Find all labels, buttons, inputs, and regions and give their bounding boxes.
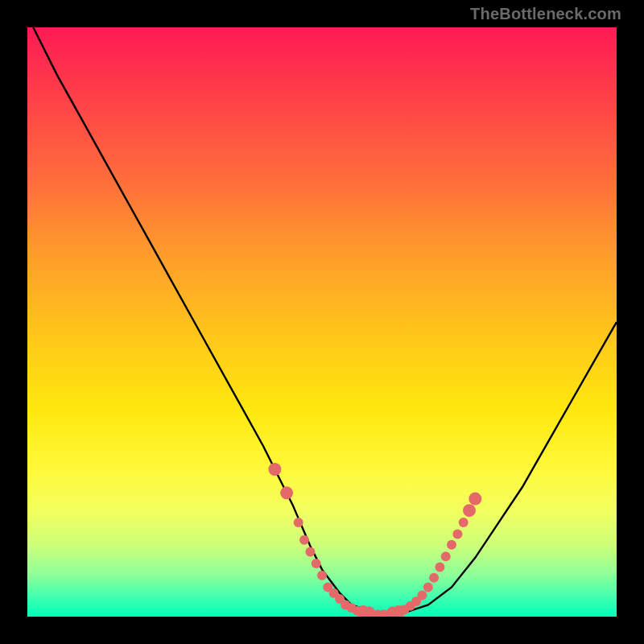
data-marker xyxy=(280,486,293,499)
data-marker xyxy=(429,573,439,583)
data-marker xyxy=(317,571,327,580)
data-marker xyxy=(469,493,481,506)
chart-frame: TheBottleneck.com xyxy=(0,0,644,644)
data-marker xyxy=(299,535,309,545)
data-marker xyxy=(312,559,321,568)
data-marker xyxy=(459,518,469,527)
data-marker xyxy=(305,547,315,557)
data-marker xyxy=(463,504,476,517)
curve-path xyxy=(33,27,617,613)
data-marker xyxy=(441,551,451,561)
marker-group-left xyxy=(268,463,394,617)
data-marker xyxy=(447,540,456,550)
data-marker xyxy=(452,530,462,539)
data-marker xyxy=(417,591,427,601)
data-marker xyxy=(435,563,444,572)
plot-area xyxy=(27,27,617,617)
data-marker xyxy=(294,518,303,527)
marker-group-right xyxy=(386,493,482,617)
data-marker xyxy=(268,463,281,476)
chart-svg xyxy=(27,27,617,617)
watermark-text: TheBottleneck.com xyxy=(470,5,621,23)
data-marker xyxy=(423,582,433,592)
